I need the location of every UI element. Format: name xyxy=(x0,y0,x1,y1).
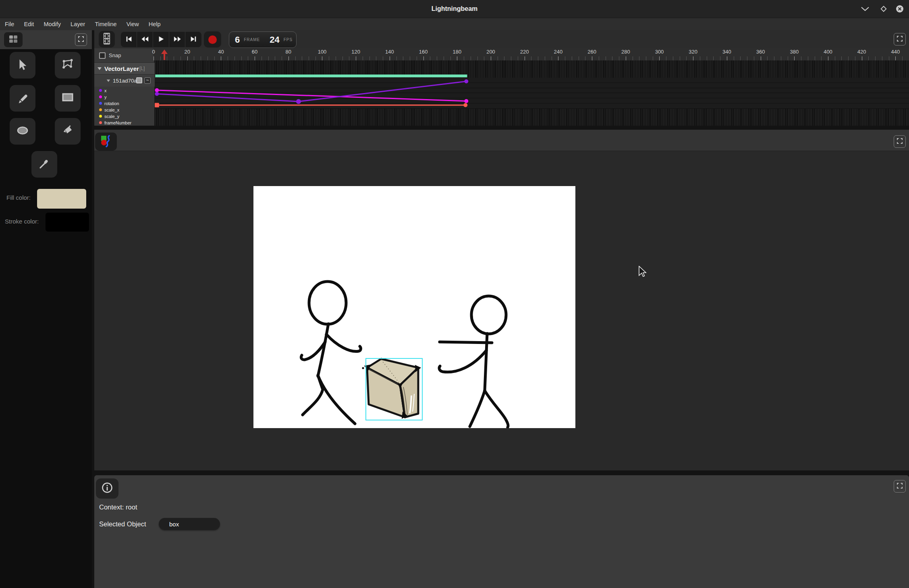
menu-item-timeline[interactable]: Timeline xyxy=(95,21,116,27)
play-icon xyxy=(158,35,165,44)
keyframe-frameNumber[interactable] xyxy=(155,103,159,108)
frame-label: FRAME xyxy=(244,37,260,42)
ruler-label: 320 xyxy=(689,49,697,55)
ruler-ticks xyxy=(154,56,909,60)
playhead[interactable] xyxy=(161,50,168,60)
menu-item-view[interactable]: View xyxy=(127,21,139,27)
property-color-dot xyxy=(99,102,102,105)
ruler-label: 40 xyxy=(218,49,224,55)
keyframe-x[interactable] xyxy=(155,92,159,96)
keyframe-y[interactable] xyxy=(155,88,159,92)
tools-panel: Fill color: Stroke color: xyxy=(0,30,92,588)
stick-figure-left[interactable] xyxy=(301,282,361,424)
object-toggle-button[interactable] xyxy=(136,77,142,83)
stick-figure-right[interactable] xyxy=(439,296,508,427)
skip-to-start-icon xyxy=(125,35,133,44)
stage-tab-button[interactable] xyxy=(95,133,117,151)
object-ease-button[interactable]: ~ xyxy=(144,77,151,84)
tools-expand-button[interactable] xyxy=(75,33,87,46)
keyframe-x[interactable] xyxy=(464,79,468,83)
property-row-y[interactable]: y xyxy=(94,94,155,99)
context-label: Context: root xyxy=(99,503,137,511)
chevron-down-icon[interactable] xyxy=(107,79,110,82)
film-button[interactable] xyxy=(99,31,115,48)
property-row-scale_x[interactable]: scale_x xyxy=(94,107,155,112)
canvas-panel xyxy=(94,130,909,470)
rewind-button[interactable] xyxy=(137,32,153,47)
layer-row-vectorlayer[interactable]: VectorLayer [L] xyxy=(94,62,155,75)
fps-label: FPS xyxy=(284,37,293,42)
eyedropper-tool-button[interactable] xyxy=(31,151,57,178)
info-tab-button[interactable] xyxy=(96,478,118,499)
chevron-down-icon[interactable] xyxy=(98,67,102,70)
stage[interactable] xyxy=(253,186,575,428)
rectangle-tool-button[interactable] xyxy=(55,85,81,112)
transform-icon xyxy=(61,58,74,72)
timeline-expand-button[interactable] xyxy=(894,33,906,46)
layer-frame-span[interactable] xyxy=(155,75,467,77)
paint-bucket-tool-button[interactable] xyxy=(55,118,81,145)
timeline-layer-column: Snap VectorLayer [L] 151ad70a… ~ xyrotat… xyxy=(94,48,155,126)
skip-to-start-button[interactable] xyxy=(121,32,137,47)
ruler-label: 60 xyxy=(252,49,257,55)
ruler-label: 140 xyxy=(385,49,394,55)
layer-badge: [L] xyxy=(139,66,145,71)
inspector-panel: Context: root Selected Object box xyxy=(94,475,909,588)
selected-object-value[interactable]: box xyxy=(159,518,220,530)
select-tool-button[interactable] xyxy=(10,52,35,79)
property-label: scale_x xyxy=(104,108,119,112)
timeline-tracks[interactable] xyxy=(155,60,909,126)
canvas-expand-button[interactable] xyxy=(894,135,906,148)
menu-item-file[interactable]: File xyxy=(5,21,14,27)
ruler-label: 300 xyxy=(655,49,664,55)
close-button[interactable] xyxy=(894,3,906,15)
ellipse-tool-button[interactable] xyxy=(10,118,35,145)
object-row[interactable]: 151ad70a… ~ xyxy=(94,75,155,87)
transform-tool-button[interactable] xyxy=(55,52,81,79)
property-row-frameNumber[interactable]: frameNumber xyxy=(94,120,155,125)
keyframe-frameNumber[interactable] xyxy=(463,103,467,107)
property-row-rotation[interactable]: rotation xyxy=(94,101,155,106)
minimize-button[interactable] xyxy=(859,3,871,15)
panel-grid-button[interactable] xyxy=(4,32,23,47)
property-color-dot xyxy=(99,95,102,98)
property-row-x[interactable]: x xyxy=(94,88,155,93)
playhead-stem xyxy=(164,54,165,60)
timeline-ruler[interactable]: 0204060801001201401601802002202402602803… xyxy=(154,48,909,60)
ruler-label: 120 xyxy=(351,49,360,55)
stroke-color-swatch[interactable] xyxy=(46,213,89,232)
keyframe-y[interactable] xyxy=(464,99,468,103)
expand-icon xyxy=(897,138,903,145)
keyframe-x[interactable] xyxy=(296,99,301,104)
menu-item-layer[interactable]: Layer xyxy=(71,21,85,27)
lightningbeam-logo-icon xyxy=(100,135,112,149)
box-object[interactable] xyxy=(362,359,421,419)
menu-item-help[interactable]: Help xyxy=(149,21,161,27)
play-button[interactable] xyxy=(153,32,169,47)
fast-forward-button[interactable] xyxy=(169,32,185,47)
fill-color-swatch[interactable] xyxy=(37,189,86,209)
chevron-down-icon xyxy=(861,6,870,11)
menu-item-modify[interactable]: Modify xyxy=(44,21,61,27)
maximize-button[interactable] xyxy=(878,3,890,15)
frame-value: 6 xyxy=(235,35,240,45)
inspector-expand-button[interactable] xyxy=(894,480,906,493)
ruler-label: 340 xyxy=(722,49,731,55)
ruler-label: 440 xyxy=(891,49,900,55)
skip-to-end-button[interactable] xyxy=(185,32,201,47)
menu-item-edit[interactable]: Edit xyxy=(24,21,34,27)
property-row-scale_y[interactable]: scale_y xyxy=(94,114,155,119)
fill-color-label: Fill color: xyxy=(6,194,31,201)
property-color-dot xyxy=(99,121,102,124)
snap-row: Snap xyxy=(94,48,155,62)
pencil-tool-button[interactable] xyxy=(10,85,35,112)
expand-icon xyxy=(78,36,84,43)
snap-checkbox[interactable] xyxy=(99,52,106,59)
pencil-icon xyxy=(17,91,29,105)
menu-bar: FileEditModifyLayerTimelineViewHelp xyxy=(0,18,909,30)
tools-panel-header xyxy=(0,30,92,49)
record-button[interactable] xyxy=(204,31,221,48)
ruler-label: 280 xyxy=(621,49,630,55)
property-label: scale_y xyxy=(104,114,119,119)
keyframe-curves[interactable] xyxy=(155,60,909,126)
